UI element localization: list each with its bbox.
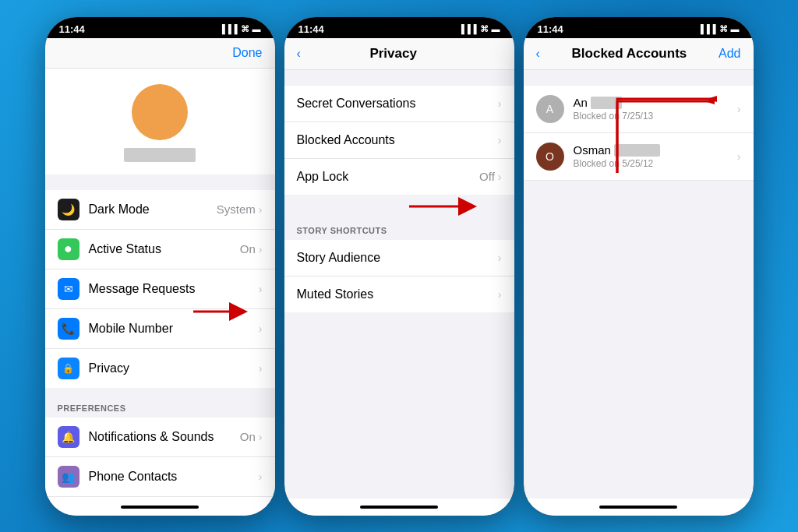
status-icons-1: ▐▐▐ ⌘ ▬ (219, 24, 260, 34)
notifications-item[interactable]: 🔔 Notifications & Sounds On › (45, 417, 275, 457)
notifications-value: On (240, 430, 256, 443)
status-bar-3: 11:44 ▐▐▐ ⌘ ▬ (524, 17, 754, 38)
blocked-date-1: Blocked on 7/25/13 (574, 111, 737, 122)
home-bar-3 (524, 499, 754, 516)
signal-icon: ▐▐▐ (219, 24, 237, 33)
nav-bar-1: Done (45, 38, 275, 69)
privacy-label: Privacy (89, 361, 259, 375)
chevron-icon: › (259, 203, 263, 216)
mobile-number-label: Mobile Number (89, 322, 259, 336)
story-shortcuts-header: STORY SHORTCUTS (284, 226, 514, 240)
chevron-icon: › (259, 470, 263, 483)
notifications-label: Notifications & Sounds (89, 430, 240, 444)
status-bar-2: 11:44 ▐▐▐ ⌘ ▬ (284, 17, 514, 38)
blocked-accounts-item[interactable]: Blocked Accounts › (284, 122, 514, 159)
phone-1-wrapper: 11:44 ▐▐▐ ⌘ ▬ Done Mae Lander (45, 17, 275, 516)
story-audience-label: Story Audience (297, 251, 498, 265)
notifications-icon: 🔔 (58, 426, 79, 448)
message-requests-icon: ✉ (58, 278, 79, 300)
mobile-number-item[interactable]: 📞 Mobile Number › (45, 309, 275, 349)
blocked-name-1: An ████ (574, 96, 737, 109)
blocked-name-2: Osman ██████ (574, 143, 737, 157)
scroll-3[interactable]: A An ████ Blocked on 7/25/13 › O (524, 70, 754, 499)
profile-section: Mae Lander (45, 69, 275, 174)
phone-contacts-item[interactable]: 👥 Phone Contacts › (45, 457, 275, 497)
battery-icon: ▬ (252, 24, 261, 33)
blocked-item-2[interactable]: O Osman ██████ Blocked on 5/25/12 › (524, 133, 754, 181)
scroll-1[interactable]: Mae Lander 🌙 Dark Mode System › ● Active… (45, 69, 275, 499)
privacy-icon: 🔒 (58, 358, 79, 379)
add-button[interactable]: Add (719, 47, 740, 61)
chevron-icon: › (737, 103, 741, 115)
nav-bar-2: ‹ Privacy (284, 38, 514, 70)
done-button[interactable]: Done (232, 46, 262, 60)
app-lock-value: Off (479, 170, 495, 183)
blocked-name-text-1: An (574, 96, 588, 109)
phone-contacts-label: Phone Contacts (89, 470, 259, 484)
home-indicator-2 (360, 506, 438, 509)
chevron-icon: › (498, 288, 502, 301)
active-status-item[interactable]: ● Active Status On › (45, 230, 275, 270)
wifi-icon-2: ⌘ (480, 24, 489, 34)
story-section: Story Audience › Muted Stories › (284, 240, 514, 312)
time-1: 11:44 (59, 23, 85, 35)
phone-3-wrapper: 11:44 ▐▐▐ ⌘ ▬ ‹ Blocked Accounts Add A (524, 17, 754, 516)
scroll-2[interactable]: Secret Conversations › Blocked Accounts … (284, 70, 514, 499)
privacy-title: Privacy (301, 46, 486, 62)
signal-icon-3: ▐▐▐ (697, 24, 715, 33)
message-requests-label: Message Requests (89, 282, 259, 296)
chevron-icon: › (259, 283, 263, 295)
wifi-icon: ⌘ (241, 24, 249, 34)
home-bar-1 (45, 499, 275, 516)
blocked-accounts-title: Blocked Accounts (540, 46, 719, 62)
blocked-name-text-2: Osman (574, 143, 611, 157)
chevron-icon: › (498, 171, 502, 183)
status-icons-2: ▐▐▐ ⌘ ▬ (458, 24, 500, 34)
phone-3: 11:44 ▐▐▐ ⌘ ▬ ‹ Blocked Accounts Add A (524, 17, 754, 516)
chevron-icon: › (259, 362, 263, 375)
message-requests-item[interactable]: ✉ Message Requests › (45, 270, 275, 309)
phone-2-wrapper: 11:44 ▐▐▐ ⌘ ▬ ‹ Privacy Secret Conversa (284, 17, 514, 516)
secret-conversations-item[interactable]: Secret Conversations › (284, 86, 514, 122)
dark-mode-value: System (217, 203, 256, 216)
muted-stories-item[interactable]: Muted Stories › (284, 277, 514, 312)
active-status-icon: ● (58, 238, 79, 260)
avatar (132, 84, 188, 140)
blocked-info-1: An ████ Blocked on 7/25/13 (574, 96, 737, 122)
name-redact-1: ████ (591, 97, 622, 109)
app-lock-item[interactable]: App Lock Off › (284, 159, 514, 195)
battery-icon-3: ▬ (731, 24, 740, 33)
story-audience-item[interactable]: Story Audience › (284, 240, 514, 277)
blocked-avatar-2: O (536, 143, 564, 171)
phone-contacts-icon: 👥 (58, 466, 79, 488)
privacy-main-section: Secret Conversations › Blocked Accounts … (284, 86, 514, 195)
app-lock-label: App Lock (297, 170, 480, 184)
phone-2: 11:44 ▐▐▐ ⌘ ▬ ‹ Privacy Secret Conversa (284, 17, 514, 516)
home-indicator-3 (599, 506, 677, 509)
preferences-menu: 🔔 Notifications & Sounds On › 👥 Phone Co… (45, 417, 275, 499)
blocked-date-2: Blocked on 5/25/12 (574, 158, 737, 169)
signal-icon-2: ▐▐▐ (458, 24, 476, 33)
chevron-icon: › (737, 150, 741, 163)
dark-mode-label: Dark Mode (89, 203, 217, 217)
battery-icon-2: ▬ (492, 24, 500, 33)
preferences-header: PREFERENCES (45, 403, 275, 417)
wifi-icon-3: ⌘ (719, 24, 728, 34)
name-redact-2: ██████ (614, 144, 661, 157)
blocked-info-2: Osman ██████ Blocked on 5/25/12 (574, 143, 737, 169)
chevron-icon: › (259, 431, 263, 443)
story-item[interactable]: ◻ Story › (45, 497, 275, 499)
home-bar-2 (284, 499, 514, 516)
status-icons-3: ▐▐▐ ⌘ ▬ (697, 24, 739, 34)
blocked-avatar-1: A (536, 95, 564, 123)
status-bar-1: 11:44 ▐▐▐ ⌘ ▬ (45, 17, 275, 38)
dark-mode-icon: 🌙 (58, 199, 79, 220)
privacy-item[interactable]: 🔒 Privacy › (45, 349, 275, 388)
time-3: 11:44 (538, 23, 563, 35)
blocked-item-1[interactable]: A An ████ Blocked on 7/25/13 › (524, 86, 754, 133)
profile-name: Mae Lander (124, 148, 196, 162)
chevron-icon: › (498, 97, 502, 110)
dark-mode-item[interactable]: 🌙 Dark Mode System › (45, 190, 275, 230)
nav-bar-3: ‹ Blocked Accounts Add (524, 38, 754, 70)
muted-stories-label: Muted Stories (297, 287, 498, 301)
